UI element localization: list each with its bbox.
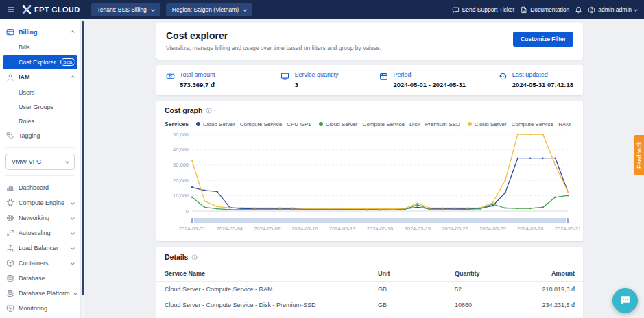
sidebar-item-users[interactable]: Users	[0, 85, 80, 99]
page-header-text: Cost explorer Visualize, manage billing …	[166, 30, 381, 51]
x-axis-label: 2024-05-07	[254, 225, 280, 232]
legend-item-cloud-server-compute-service-disk-premium-ssd[interactable]: Cloud Server - Compute Service - Disk - …	[319, 121, 460, 127]
sidebar-item-roles[interactable]: Roles	[0, 114, 80, 128]
chat-bubble-icon	[619, 294, 632, 307]
cost-graph-info-icon[interactable]	[206, 108, 212, 114]
svg-text:10,000: 10,000	[173, 193, 189, 199]
stat-text: Period2024-05-01 - 2024-05-31	[393, 71, 466, 88]
column-header-quantity: Quantity	[446, 266, 519, 282]
sidebar-divider	[5, 175, 75, 176]
cell-quantity: 32	[446, 313, 519, 318]
last-updated-icon	[499, 72, 508, 81]
service-quantity-icon	[281, 72, 289, 81]
notification-bell-icon[interactable]	[575, 6, 582, 14]
sidebar-scrollbar-thumb[interactable]	[82, 21, 84, 295]
documentation-label: Documentation	[530, 6, 569, 13]
sidebar-item-cost-explorer[interactable]: Cost Explorerbeta	[3, 55, 77, 69]
legend-item-cloud-server-compute-service-cpu-gp1[interactable]: Cloud Server - Compute Service - CPU-GP1	[196, 121, 311, 127]
chevron-down-icon	[73, 291, 77, 295]
vpc-select[interactable]: VMW-VPC	[5, 154, 75, 170]
containers-icon	[6, 259, 14, 267]
svg-text:20,000: 20,000	[173, 178, 189, 184]
cell-unit: GB	[370, 282, 446, 297]
support-ticket-link[interactable]: Send Support Ticket	[452, 6, 515, 14]
sidebar-item-iam[interactable]: IAM	[0, 70, 80, 85]
legend-item-label: Cloud Server - Compute Service - RAM	[475, 121, 571, 127]
table-row: Cloud Server - Compute Service - RAMGB52…	[156, 282, 583, 297]
sidebar-item-label: IAM	[19, 74, 30, 81]
sidebar-item-user-groups[interactable]: User Groups	[0, 99, 80, 114]
sidebar-item-label: Monitoring	[19, 305, 47, 312]
slider-handle-right[interactable]	[566, 217, 569, 224]
cost-graph-title: Cost graph	[165, 106, 202, 114]
fpt-logo-mark	[22, 5, 32, 14]
sidebar-item-database-platform[interactable]: Database Platform	[0, 286, 80, 301]
stat-value: 2024-05-01 - 2024-05-31	[393, 81, 466, 88]
sidebar-item-label: Autoscaling	[19, 230, 51, 236]
cost-graph-card: Cost graph Services Cloud Server - Compu…	[156, 101, 583, 241]
sidebar-item-billing[interactable]: Billing	[0, 25, 80, 40]
x-axis-label: 2024-05-25	[479, 225, 505, 232]
stat-text: Service quantity3	[294, 71, 338, 88]
feedback-button[interactable]: Feedback	[634, 135, 644, 175]
sidebar-item-dashboard[interactable]: Dashboard	[0, 180, 80, 195]
x-axis-label: 2024-05-16	[367, 225, 393, 232]
stat-service-quantity: Service quantity3	[281, 71, 379, 88]
stat-value: 573.369,7 đ	[180, 81, 215, 88]
customize-filter-button[interactable]: Customize Filter	[513, 32, 573, 47]
cost-chart[interactable]: 010,00020,00030,00040,00050,000 2024-05-…	[165, 130, 575, 234]
details-info-icon[interactable]	[191, 254, 198, 260]
documentation-link[interactable]: Documentation	[520, 6, 569, 14]
tenant-select[interactable]: Tenant: BSS Billing	[91, 3, 160, 16]
column-header-amount: Amount	[519, 266, 583, 282]
fpt-cloud-logo: FPT CLOUD	[22, 5, 80, 14]
sidebar-item-label: Dashboard	[19, 184, 49, 191]
stat-label: Total amount	[180, 71, 215, 78]
chart-zoom-slider[interactable]	[192, 218, 568, 223]
chevron-down-icon	[71, 246, 75, 250]
page-subtitle: Visualize, manage billing and usage over…	[166, 45, 381, 51]
sidebar-item-label: User Groups	[19, 103, 53, 110]
menu-icon[interactable]	[7, 5, 16, 14]
cost-chart-plot[interactable]: 010,00020,00030,00040,00050,000	[165, 130, 575, 217]
legend-dot-icon	[196, 122, 200, 126]
support-ticket-label: Send Support Ticket	[462, 6, 515, 13]
user-menu[interactable]: admin admin	[588, 6, 637, 14]
total-amount-icon	[166, 72, 175, 81]
sidebar-item-containers[interactable]: Containers	[0, 256, 80, 271]
x-axis-label: 2024-05-22	[442, 225, 468, 232]
sidebar-item-label: Database Platform	[19, 290, 70, 297]
sidebar-item-bills[interactable]: Bills	[0, 40, 80, 54]
legend-item-cloud-server-compute-service-ram[interactable]: Cloud Server - Compute Service - RAM	[468, 121, 571, 127]
sidebar-item-label: Compute Engine	[19, 199, 64, 206]
sidebar-item-label: Bills	[19, 44, 30, 51]
chevron-down-icon	[71, 261, 75, 265]
details-table: Service NameUnitQuantityAmount Cloud Ser…	[156, 266, 583, 318]
cell-quantity: 10860	[446, 297, 519, 313]
slider-handle-left[interactable]	[191, 217, 194, 224]
chat-support-button[interactable]	[612, 288, 638, 313]
content-column: Cost explorer Visualize, manage billing …	[156, 23, 583, 318]
sidebar-item-networking[interactable]: Networking	[0, 210, 80, 225]
period-icon	[379, 72, 388, 81]
sidebar-item-monitoring[interactable]: Monitoring	[0, 301, 80, 316]
sidebar-nav: BillingBillsCost ExplorerbetaIAMUsersUse…	[0, 19, 80, 316]
region-select[interactable]: Region: Saigon (Vietnam)	[166, 3, 252, 16]
documentation-icon	[520, 6, 527, 14]
legend-item-label: Cloud Server - Compute Service - Disk - …	[326, 121, 460, 127]
column-header-unit: Unit	[370, 266, 446, 282]
sidebar-item-compute-engine[interactable]: Compute Engine	[0, 195, 80, 210]
sidebar-item-autoscaling[interactable]: Autoscaling	[0, 225, 80, 241]
sidebar-item-tagging[interactable]: Tagging	[0, 128, 80, 143]
table-row: Cloud Server - Compute Service - Disk - …	[156, 297, 583, 313]
sidebar-scrollbar[interactable]	[81, 19, 85, 318]
stat-text: Last updated2024-05-31 07:42:18	[512, 71, 573, 88]
summary-stats: Total amount573.369,7 đService quantity3…	[156, 65, 583, 95]
sidebar-item-database[interactable]: Database	[0, 271, 80, 286]
sidebar-item-label: Roles	[19, 118, 34, 125]
legend-services-label: Services	[165, 121, 189, 127]
sidebar-divider	[5, 147, 75, 148]
sidebar-item-load-balancer[interactable]: Load Balancer	[0, 241, 80, 256]
sidebar-item-label: Networking	[19, 215, 49, 221]
topbar: FPT CLOUD Tenant: BSS Billing Region: Sa…	[0, 0, 644, 19]
